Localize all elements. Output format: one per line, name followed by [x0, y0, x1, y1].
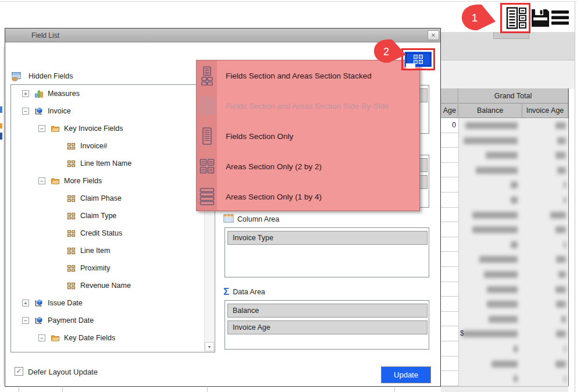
table-row: 0 — [441, 118, 568, 133]
row-cell-clipped — [441, 357, 458, 372]
tree-item-label: Claim Phase — [80, 194, 122, 202]
tree-item[interactable]: Revenue Name — [11, 277, 205, 294]
tree-item[interactable]: Invoice# — [11, 137, 205, 155]
tree-item[interactable]: Credit Status — [11, 224, 205, 242]
field-icon — [66, 351, 76, 352]
expander-icon[interactable]: − — [22, 317, 29, 324]
folder-icon — [50, 124, 60, 134]
redacted-age-value — [555, 152, 566, 159]
table-row — [441, 252, 568, 267]
tree-item[interactable]: Line Item — [11, 242, 205, 259]
tree-item[interactable] — [11, 347, 205, 352]
save-button[interactable] — [530, 8, 551, 31]
dimension-icon — [34, 106, 44, 116]
field-chip[interactable]: Balance — [227, 304, 428, 318]
sigma-icon: Σ — [223, 287, 229, 297]
redacted-age-value — [564, 241, 566, 248]
column-area-box: Invoice Type — [225, 227, 429, 277]
tree-item[interactable]: Proximity — [11, 259, 205, 277]
field-icon — [66, 229, 76, 238]
row-cell-clipped — [441, 282, 458, 297]
tree-item[interactable]: − More Fields — [11, 172, 205, 190]
tree-item-label: Revenue Name — [80, 281, 131, 290]
redacted-age-value — [550, 212, 566, 219]
menu-item[interactable]: Fields Section Only — [197, 121, 419, 151]
row-cell-clipped — [441, 267, 458, 282]
menu-item-label: Fields Section and Areas Section Side-By… — [226, 102, 389, 111]
redacted-age-value — [557, 167, 566, 174]
defer-layout-update-checkbox[interactable]: ✓ — [15, 367, 23, 376]
redacted-age-value — [555, 361, 566, 368]
hamburger-menu-button[interactable] — [551, 9, 569, 29]
table-row — [441, 267, 568, 282]
field-chip[interactable]: Invoice Type — [227, 231, 428, 245]
row-cell-clipped — [441, 341, 458, 357]
redacted-balance-value — [472, 226, 518, 233]
table-row — [441, 222, 568, 237]
table-row — [441, 163, 568, 178]
stacked-layout-icon — [199, 66, 215, 85]
row-cell-clipped — [441, 208, 458, 223]
tree-item-label: Key Date Fields — [64, 334, 115, 342]
table-row — [441, 208, 568, 223]
table-row — [441, 357, 568, 372]
callout-1-badge: 1 — [458, 3, 497, 33]
pivot-column-zone — [441, 60, 575, 89]
menu-item-label: Fields Section and Areas Section Stacked — [226, 72, 372, 80]
expander-icon[interactable]: − — [38, 177, 45, 184]
menu-item[interactable]: Areas Section Only (2 by 2) — [197, 151, 419, 181]
tree-item-label: More Fields — [64, 177, 102, 185]
tree-item[interactable]: − Key Date Fields — [11, 329, 205, 347]
redacted-balance-value — [489, 316, 518, 323]
tree-item[interactable]: Claim Type — [11, 207, 205, 224]
tree-item[interactable]: − Payment Date — [11, 312, 205, 329]
clipped-icon-fragment — [0, 123, 2, 129]
tree-item[interactable]: Line Item Name — [11, 155, 205, 172]
row-cell-clipped — [441, 371, 458, 386]
tree-item[interactable]: − Invoice — [11, 102, 205, 120]
table-row — [441, 282, 568, 297]
top-divider — [0, 1, 577, 2]
row-cell-clipped — [441, 252, 458, 267]
tree-item[interactable]: + Issue Date — [11, 294, 205, 312]
close-icon[interactable]: ✕ — [428, 30, 439, 40]
areas-2x2-layout-icon — [199, 157, 215, 176]
expander-icon[interactable]: + — [22, 300, 29, 307]
svg-text:2: 2 — [383, 46, 389, 58]
field-chip-label: Invoice Type — [233, 234, 273, 242]
tutorial-highlight-box-1 — [500, 3, 530, 33]
scroll-down-arrow-icon[interactable]: ▼ — [205, 342, 214, 351]
tree-item[interactable]: Claim Phase — [11, 190, 205, 207]
expander-icon[interactable]: − — [38, 125, 45, 132]
fields-tree: + Measures − Invoice − Key Invoice Field… — [10, 84, 215, 352]
tree-item-label: Invoice# — [80, 142, 108, 150]
redacted-balance-value — [464, 137, 518, 144]
update-button[interactable]: Update — [381, 366, 431, 383]
table-row — [441, 148, 568, 163]
field-icon — [66, 211, 76, 221]
redacted-age-value — [564, 181, 566, 188]
tree-item-label: Payment Date — [48, 316, 94, 325]
clipped-icon-fragment — [0, 133, 2, 140]
menu-item[interactable]: Areas Section Only (1 by 4) — [197, 181, 419, 212]
redacted-age-value — [561, 316, 566, 323]
field-icon — [66, 141, 76, 151]
menu-item: Fields Section and Areas Section Side-By… — [197, 91, 419, 121]
table-row — [441, 177, 568, 193]
balance-header: Balance — [458, 104, 522, 118]
right-panel-edge — [575, 2, 575, 392]
expander-icon[interactable]: − — [22, 108, 29, 115]
hidden-fields-icon — [12, 72, 22, 81]
redacted-balance-value — [486, 152, 518, 159]
row-cell-clipped — [441, 222, 458, 237]
redacted-balance-value — [511, 181, 518, 188]
tree-item[interactable]: + Measures — [11, 85, 205, 102]
layout-options-menu: Fields Section and Areas Section Stacked… — [196, 60, 420, 211]
expander-icon[interactable]: + — [22, 90, 29, 97]
table-bottom-strip — [441, 386, 568, 392]
field-icon — [66, 263, 76, 273]
tree-item[interactable]: − Key Invoice Fields — [11, 120, 205, 137]
expander-icon[interactable]: − — [38, 334, 45, 341]
tree-item-label: Key Invoice Fields — [64, 124, 123, 133]
field-chip[interactable]: Invoice Age — [227, 320, 428, 334]
